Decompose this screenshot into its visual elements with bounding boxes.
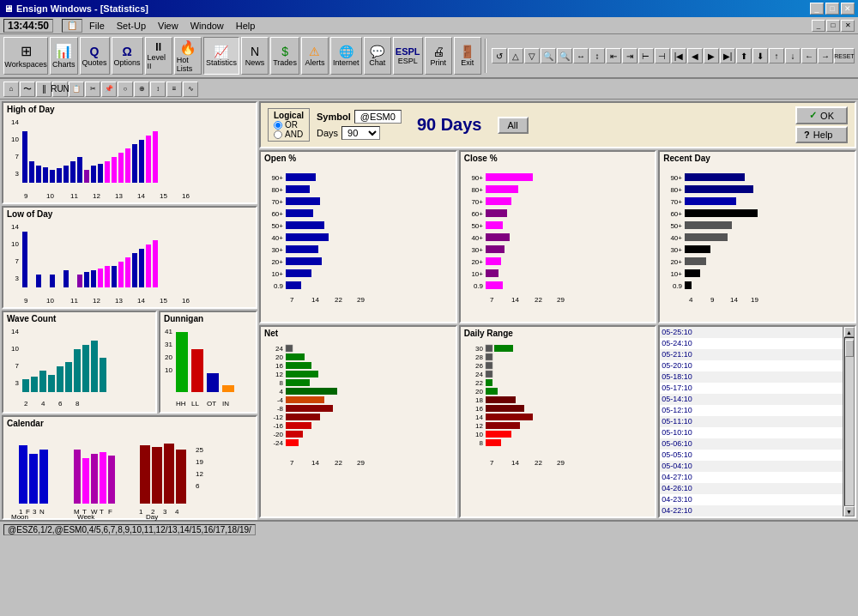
alerts-button[interactable]: ⚠ Alerts — [301, 37, 329, 75]
tb-btn-reset[interactable]: RESET — [834, 48, 855, 63]
quotes-button[interactable]: Q Quotes — [80, 37, 110, 75]
date-scrollbar[interactable]: ▲ ▼ — [843, 327, 855, 516]
tb2-btn-7[interactable]: 📌 — [101, 82, 117, 97]
tb2-btn-1[interactable]: ⌂ — [3, 82, 19, 97]
exit-button[interactable]: 🚪 Exit — [454, 37, 481, 75]
menu-help[interactable]: Help — [231, 20, 261, 32]
svg-text:15: 15 — [160, 297, 167, 305]
alerts-icon: ⚠ — [309, 45, 320, 58]
scroll-down-btn[interactable]: ▼ — [844, 506, 855, 516]
tb-btn-21[interactable]: → — [818, 48, 833, 63]
levelii-button[interactable]: II Level II — [145, 37, 172, 75]
or-radio[interactable] — [274, 121, 282, 130]
date-item-10: 05-10:10 — [660, 427, 843, 438]
tb2-btn-11[interactable]: ≡ — [166, 82, 182, 97]
tb2-btn-10[interactable]: ↕ — [150, 82, 166, 97]
maximize-button[interactable]: □ — [825, 3, 839, 15]
tb-btn-17[interactable]: ⬇ — [752, 48, 768, 63]
tb-btn-19[interactable]: ↓ — [785, 48, 801, 63]
close-button[interactable]: ✕ — [841, 3, 855, 15]
tb-btn-6[interactable]: ↔ — [573, 48, 589, 63]
title-bar-left: 🖥 Ensign Windows - [Statistics] — [3, 3, 148, 14]
tb-btn-11[interactable]: ⊣ — [655, 48, 670, 63]
tb-btn-5[interactable]: 🔍 — [557, 48, 572, 63]
svg-text:10: 10 — [11, 136, 19, 143]
svg-rect-246 — [486, 439, 501, 446]
internet-button[interactable]: 🌐 Internet — [330, 37, 362, 75]
tb-btn-1[interactable]: ↺ — [492, 48, 507, 63]
tb-btn-3[interactable]: ▽ — [524, 48, 540, 63]
tb2-btn-12[interactable]: ∿ — [183, 82, 198, 97]
hod-panel: High of Day 14 10 7 3 — [2, 101, 257, 204]
svg-text:T: T — [100, 508, 104, 516]
menu-setup[interactable]: Set-Up — [112, 20, 151, 32]
tb2-btn-6[interactable]: ✂ — [85, 82, 100, 97]
chat-icon: 💬 — [370, 45, 384, 58]
menu-file[interactable]: File — [84, 20, 110, 32]
menu-view[interactable]: View — [153, 20, 184, 32]
print-icon: 🖨 — [432, 45, 444, 58]
date-item-8: 05-12:10 — [660, 405, 843, 416]
date-list[interactable]: 05-25:10 05-24:10 05-21:10 05-20:10 05-1… — [660, 327, 843, 516]
print-button[interactable]: 🖨 Print — [425, 37, 452, 75]
tb-btn-14[interactable]: ▶ — [704, 48, 719, 63]
tb-btn-9[interactable]: ⇥ — [622, 48, 637, 63]
svg-rect-195 — [286, 345, 293, 352]
stats-grid-bottom: Net 24 20 16 12 8 4 -4 -8 — [259, 325, 856, 518]
hotlists-button[interactable]: 🔥 Hot Lists — [174, 37, 202, 75]
ok-button[interactable]: ✓ OK — [795, 106, 848, 124]
tb-btn-2[interactable]: △ — [508, 48, 523, 63]
title-90days: 90 Days — [417, 115, 482, 135]
and-radio[interactable] — [274, 130, 282, 139]
tb-btn-10[interactable]: ⊢ — [638, 48, 654, 63]
menu-window[interactable]: Window — [185, 20, 229, 32]
doc-minimize[interactable]: _ — [812, 20, 825, 32]
tb-btn-18[interactable]: ↑ — [769, 48, 784, 63]
scroll-track[interactable] — [844, 337, 855, 506]
news-button[interactable]: N News — [241, 37, 269, 75]
svg-rect-207 — [286, 396, 324, 403]
statistics-button[interactable]: 📈 Statistics — [203, 37, 239, 75]
svg-rect-224 — [494, 345, 513, 352]
all-button[interactable]: All — [498, 117, 529, 134]
svg-text:41: 41 — [165, 328, 172, 335]
tb2-btn-3[interactable]: ‖ — [36, 82, 51, 97]
title-bar-controls[interactable]: _ □ ✕ — [810, 3, 855, 15]
tb-btn-4[interactable]: 🔍 — [541, 48, 556, 63]
options-button[interactable]: Ω Options — [112, 37, 143, 75]
tb-btn-7[interactable]: ↕ — [589, 48, 605, 63]
svg-text:14: 14 — [11, 118, 19, 126]
symbol-value[interactable]: @ESM0 — [354, 110, 402, 124]
symbol-days-group: Symbol @ESM0 Days 90 30 60 180 — [317, 110, 402, 140]
svg-text:90+: 90+ — [271, 174, 283, 182]
trades-button[interactable]: $ Trades — [270, 37, 299, 75]
charts-button[interactable]: 📊 Charts — [50, 37, 78, 75]
svg-text:22: 22 — [335, 459, 342, 467]
espl-button[interactable]: ESPL ESPL — [393, 37, 423, 75]
tb2-btn-9[interactable]: ⊕ — [134, 82, 149, 97]
svg-rect-238 — [486, 405, 524, 412]
doc-restore[interactable]: □ — [826, 20, 840, 32]
tb2-btn-5[interactable]: 📋 — [69, 82, 84, 97]
help-button[interactable]: ? Help — [795, 126, 848, 143]
tb2-btn-4[interactable]: RUN — [52, 82, 68, 97]
scroll-up-btn[interactable]: ▲ — [844, 327, 855, 337]
tb2-btn-2[interactable]: 〜 — [20, 82, 35, 97]
workspaces-button[interactable]: ⊞ Workspaces — [3, 37, 48, 75]
scroll-thumb[interactable] — [845, 340, 854, 357]
tb-btn-8[interactable]: ⇤ — [606, 48, 621, 63]
tb-btn-16[interactable]: ⬆ — [736, 48, 752, 63]
svg-text:20+: 20+ — [471, 258, 483, 266]
tb-btn-20[interactable]: ← — [801, 48, 817, 63]
svg-rect-175 — [685, 197, 736, 205]
doc-close[interactable]: ✕ — [841, 20, 855, 32]
tb-btn-13[interactable]: ◀ — [687, 48, 703, 63]
symbol-row: Symbol @ESM0 — [317, 110, 402, 124]
tb-btn-15[interactable]: ▶| — [720, 48, 735, 63]
tb2-btn-8[interactable]: ○ — [118, 82, 133, 97]
tb-btn-12[interactable]: |◀ — [671, 48, 686, 63]
days-select[interactable]: 90 30 60 180 — [341, 126, 380, 140]
minimize-button[interactable]: _ — [810, 3, 824, 15]
svg-rect-125 — [286, 185, 310, 193]
chat-button[interactable]: 💬 Chat — [364, 37, 391, 75]
